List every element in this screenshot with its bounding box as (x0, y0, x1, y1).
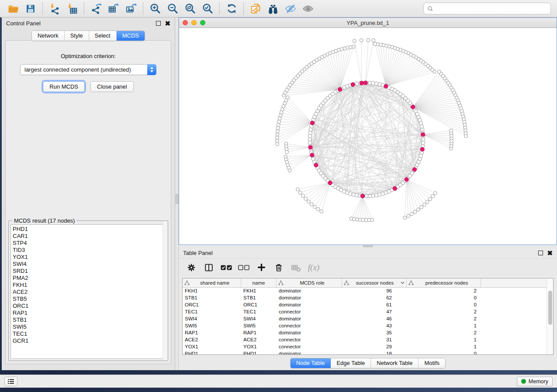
float-panel-icon[interactable] (156, 21, 161, 26)
table-cell[interactable]: 46 (342, 316, 407, 323)
export-network-icon[interactable] (89, 2, 104, 16)
tab-network[interactable]: Network (32, 31, 65, 41)
tab-node-table[interactable]: Node Table (291, 358, 331, 368)
mcds-result-item[interactable]: ORC1 (13, 303, 166, 309)
table-cell[interactable]: 0 (407, 295, 481, 302)
mcds-result-item[interactable]: CAR1 (13, 233, 166, 240)
table-row[interactable]: YOX1YOX1connector291 (183, 344, 547, 351)
mcds-result-list[interactable]: PHD1CAR1STP4TID3YOX1SWI4SRD1PMA2FKH1ACE2… (10, 224, 166, 359)
table-cell[interactable]: 1 (407, 337, 481, 344)
table-cell[interactable]: 35 (342, 330, 407, 337)
table-cell[interactable]: dominator (277, 316, 342, 323)
table-cell[interactable]: 2 (407, 330, 481, 337)
zoom-out-icon[interactable] (165, 2, 180, 16)
mcds-result-item[interactable]: STP4 (13, 240, 166, 247)
splitter-grip[interactable] (363, 245, 373, 247)
table-cell[interactable]: ACE2 (183, 337, 241, 344)
mcds-result-item[interactable]: RAP1 (13, 309, 166, 316)
mcds-result-item[interactable]: SWI4 (13, 261, 166, 268)
table-cell[interactable]: connector (277, 309, 342, 316)
table-cell[interactable]: SWI4 (183, 316, 241, 323)
zoom-selected-icon[interactable] (200, 2, 215, 16)
table-cell[interactable]: 0 (407, 302, 481, 309)
table-cell[interactable]: 47 (342, 309, 407, 316)
table-cell[interactable]: 29 (342, 344, 407, 351)
mcds-result-item[interactable]: PMA2 (13, 275, 166, 282)
table-cell[interactable]: 43 (342, 323, 407, 330)
table-cell[interactable]: FKH1 (183, 288, 241, 295)
zoom-fit-icon[interactable] (183, 2, 197, 16)
table-cell[interactable]: dominator (277, 288, 342, 295)
mcds-result-item[interactable]: STB1 (13, 316, 166, 323)
search-bar[interactable] (423, 3, 551, 14)
mcds-result-scrollbar[interactable] (163, 221, 167, 360)
split-columns-icon[interactable] (202, 261, 215, 274)
table-cell[interactable]: connector (277, 344, 342, 351)
open-folder-icon[interactable] (6, 2, 21, 16)
mcds-result-item[interactable]: SRD1 (13, 268, 166, 275)
column-header-predecessor-nodes[interactable]: predecessor nodes (407, 279, 481, 287)
hide-selected-icon[interactable] (283, 2, 298, 16)
table-row[interactable]: ACE2ACE2connector311 (183, 337, 547, 344)
table-cell[interactable]: FKH1 (241, 288, 277, 295)
float-panel-icon[interactable] (538, 251, 543, 255)
mcds-result-item[interactable]: FKH1 (13, 282, 166, 289)
memory-button[interactable]: Memory (517, 377, 553, 386)
table-cell[interactable]: ORC1 (241, 302, 277, 309)
optimization-criterion-dropdown[interactable]: largest connected component (undirected) (20, 64, 156, 75)
save-icon[interactable] (23, 2, 38, 16)
run-mcds-button[interactable]: Run MCDS (43, 81, 85, 92)
tab-mcds[interactable]: MCDS (117, 31, 145, 41)
table-row[interactable]: TEC1TEC1connector472 (183, 309, 547, 316)
table-cell[interactable]: SWI5 (241, 323, 277, 330)
task-history-button[interactable] (4, 377, 17, 386)
table-cell[interactable]: ACE2 (241, 337, 277, 344)
tab-style[interactable]: Style (65, 31, 89, 41)
vertical-splitter[interactable] (175, 17, 179, 370)
search-input[interactable] (436, 5, 547, 12)
zoom-in-icon[interactable] (148, 2, 163, 16)
mcds-result-item[interactable]: PHD1 (13, 226, 166, 233)
table-cell[interactable]: STB1 (183, 295, 241, 302)
table-cell[interactable]: RAP1 (183, 330, 241, 337)
show-all-icon[interactable] (301, 2, 315, 16)
first-neighbors-icon[interactable] (266, 2, 280, 16)
table-row[interactable]: SWI5SWI5connector431 (183, 323, 547, 330)
table-cell[interactable]: PHD1 (241, 351, 277, 355)
table-scrollbar[interactable] (547, 279, 553, 354)
mcds-result-item[interactable]: STB5 (13, 296, 166, 303)
table-cell[interactable]: SWI4 (241, 316, 277, 323)
close-panel-icon[interactable]: ✖ (165, 21, 170, 26)
deselect-all-checkboxes-icon[interactable] (237, 261, 250, 274)
table-cell[interactable]: 1 (407, 323, 481, 330)
table-cell[interactable]: 2 (407, 288, 481, 295)
column-header-MCDS-role[interactable]: MCDS role (277, 279, 342, 287)
import-table-icon[interactable] (65, 2, 80, 16)
select-all-checkboxes-icon[interactable] (220, 261, 233, 274)
table-cell[interactable]: TEC1 (183, 309, 241, 316)
splitter-grip[interactable] (176, 194, 178, 204)
table-cell[interactable]: ORC1 (183, 302, 241, 309)
export-table-icon[interactable] (106, 2, 121, 16)
function-builder-icon[interactable]: f(x) (307, 261, 320, 274)
delete-column-icon[interactable] (272, 261, 285, 274)
table-cell[interactable]: STB1 (241, 295, 277, 302)
mcds-result-item[interactable]: GCR1 (13, 337, 166, 344)
add-column-icon[interactable] (255, 261, 268, 274)
table-cell[interactable]: 2 (407, 316, 481, 323)
import-network-icon[interactable] (47, 2, 62, 16)
column-header-successor-nodes[interactable]: successor nodes (342, 279, 407, 287)
table-cell[interactable]: 62 (342, 295, 407, 302)
clone-network-icon[interactable] (248, 2, 263, 16)
column-header-shared-name[interactable]: shared name (183, 279, 241, 287)
table-row[interactable]: SWI4SWI4dominator462 (183, 316, 547, 323)
table-cell[interactable]: 1 (407, 344, 481, 351)
table-cell[interactable]: SWI5 (183, 323, 241, 330)
mcds-result-item[interactable]: TEC1 (13, 330, 166, 337)
table-cell[interactable]: PHD1 (183, 351, 241, 355)
tab-select[interactable]: Select (89, 31, 117, 41)
network-titlebar[interactable]: YPA_prune.txt_1 (179, 18, 557, 28)
table-row[interactable]: PHD1PHD1dominator180 (183, 351, 547, 355)
table-cell[interactable]: 61 (342, 302, 407, 309)
mcds-result-item[interactable]: TID3 (13, 247, 166, 254)
